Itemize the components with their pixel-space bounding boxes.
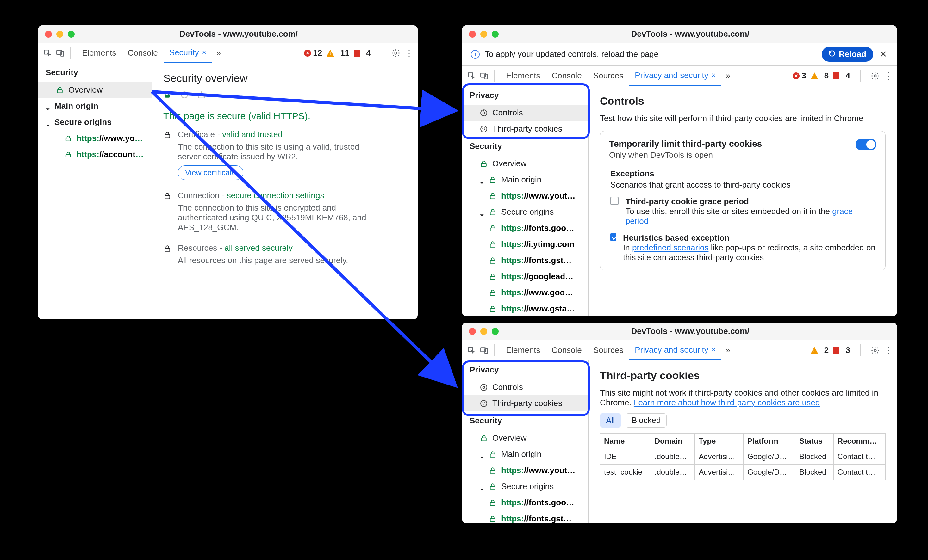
- svg-rect-11: [165, 248, 169, 251]
- close-icon[interactable]: ×: [711, 345, 716, 354]
- sidebar-origin-1[interactable]: https://i.ytimg.com: [462, 236, 588, 252]
- predefined-scenarios-link[interactable]: predefined scenarios: [632, 243, 708, 252]
- overflow-menu-icon[interactable]: ⋮: [884, 70, 892, 81]
- close-icon[interactable]: ✕: [878, 50, 888, 59]
- tab-privacy-security[interactable]: Privacy and security ×: [629, 66, 721, 86]
- tab-console[interactable]: Console: [122, 43, 163, 63]
- tab-sources[interactable]: Sources: [588, 340, 629, 360]
- device-mode-icon[interactable]: [480, 72, 488, 80]
- sidebar-item-overview[interactable]: Overview: [38, 82, 151, 98]
- errors-badge[interactable]: ✕3: [792, 71, 806, 81]
- sidebar-origin-3[interactable]: https://googlead…: [462, 268, 588, 285]
- sidebar-origin-4[interactable]: https://www.goo…: [462, 285, 588, 301]
- tab-elements[interactable]: Elements: [76, 43, 122, 63]
- sidebar-item-main-origin[interactable]: Main origin: [38, 98, 151, 114]
- svg-rect-6: [66, 154, 70, 157]
- sidebar-item-secure-origins[interactable]: Secure origins: [462, 204, 588, 220]
- sidebar-origin-2[interactable]: https://fonts.gst…: [462, 252, 588, 268]
- tab-privacy-security[interactable]: Privacy and security ×: [629, 340, 721, 360]
- sidebar-item-overview[interactable]: Overview: [462, 155, 588, 172]
- overflow-menu-icon[interactable]: ⋮: [884, 345, 892, 355]
- svg-rect-24: [490, 179, 495, 183]
- close-traffic-light[interactable]: [469, 328, 476, 335]
- minimize-traffic-light[interactable]: [480, 30, 487, 38]
- maximize-traffic-light[interactable]: [68, 30, 75, 38]
- page-title: Controls: [600, 95, 885, 107]
- filter-all[interactable]: All: [600, 413, 621, 428]
- tab-console[interactable]: Console: [546, 66, 587, 86]
- inspect-element-icon[interactable]: [467, 72, 476, 80]
- svg-point-41: [484, 402, 485, 403]
- sidebar-origin-main[interactable]: https://www.yout…: [462, 188, 588, 204]
- gear-icon[interactable]: [391, 49, 400, 58]
- exception-grace-period-checkbox[interactable]: [611, 197, 618, 205]
- sidebar-origin-0[interactable]: https://www.yout…: [38, 130, 151, 146]
- more-tabs-icon[interactable]: »: [212, 48, 225, 58]
- issues-badge[interactable]: 4: [354, 48, 371, 58]
- sidebar-origin-1[interactable]: https://accounts.…: [38, 146, 151, 163]
- minimize-traffic-light[interactable]: [56, 30, 63, 38]
- warnings-badge[interactable]: 11: [327, 48, 349, 58]
- tab-elements[interactable]: Elements: [500, 66, 546, 86]
- column-header[interactable]: Recomm…: [833, 434, 885, 449]
- reload-button[interactable]: Reload: [822, 47, 873, 62]
- sidebar-origin-5[interactable]: https://www.gsta…: [462, 301, 588, 316]
- more-tabs-icon[interactable]: »: [721, 71, 735, 81]
- sidebar-origin-1[interactable]: https://fonts.gst…: [462, 511, 588, 523]
- column-header[interactable]: Type: [695, 434, 743, 449]
- sidebar-category-privacy: Privacy: [462, 361, 588, 379]
- sidebar-origin-main[interactable]: https://www.yout…: [462, 462, 588, 478]
- tab-elements[interactable]: Elements: [500, 340, 546, 360]
- exception-heuristics-checkbox[interactable]: [611, 233, 616, 241]
- warnings-badge[interactable]: 2: [810, 345, 829, 355]
- gear-icon[interactable]: [871, 72, 879, 80]
- close-icon[interactable]: ×: [711, 71, 716, 79]
- table-row[interactable]: test_cookie.double…Advertisi…Google/D…Bl…: [600, 464, 885, 480]
- close-traffic-light[interactable]: [45, 30, 52, 38]
- minimize-traffic-light[interactable]: [480, 328, 487, 335]
- lock-icon: [488, 240, 497, 248]
- tab-sources[interactable]: Sources: [588, 66, 629, 86]
- column-header[interactable]: Domain: [650, 434, 694, 449]
- column-header[interactable]: Name: [600, 434, 651, 449]
- sidebar-item-third-party-cookies[interactable]: Third-party cookies: [462, 395, 588, 411]
- sidebar-item-main-origin[interactable]: Main origin: [462, 446, 588, 462]
- inspect-element-icon[interactable]: [467, 346, 476, 355]
- learn-more-link[interactable]: Learn more about how third-party cookies…: [634, 398, 820, 407]
- maximize-traffic-light[interactable]: [492, 30, 499, 38]
- maximize-traffic-light[interactable]: [492, 328, 499, 335]
- sidebar-item-main-origin[interactable]: Main origin: [462, 172, 588, 188]
- warnings-badge[interactable]: 8: [810, 71, 829, 81]
- tab-console[interactable]: Console: [546, 340, 587, 360]
- sidebar-item-controls[interactable]: Controls: [462, 105, 588, 121]
- sidebar-origin-0[interactable]: https://fonts.goo…: [462, 220, 588, 236]
- sidebar-item-secure-origins[interactable]: Secure origins: [38, 114, 151, 130]
- issues-badge[interactable]: 3: [833, 345, 850, 355]
- sidebar-item-controls[interactable]: Controls: [462, 379, 588, 395]
- filter-blocked[interactable]: Blocked: [626, 413, 667, 428]
- overflow-menu-icon[interactable]: ⋮: [404, 48, 412, 58]
- device-mode-icon[interactable]: [56, 49, 64, 58]
- column-header[interactable]: Status: [795, 434, 833, 449]
- device-mode-icon[interactable]: [480, 346, 488, 355]
- close-icon[interactable]: ×: [202, 49, 206, 56]
- gear-icon[interactable]: [871, 346, 879, 355]
- sidebar-item-overview[interactable]: Overview: [462, 430, 588, 446]
- issues-badge[interactable]: 4: [833, 71, 850, 81]
- sidebar-item-third-party-cookies[interactable]: Third-party cookies: [462, 121, 588, 137]
- limit-cookies-toggle[interactable]: [856, 139, 876, 150]
- svg-point-19: [482, 128, 483, 128]
- column-header[interactable]: Platform: [743, 434, 795, 449]
- errors-badge[interactable]: ✕12: [304, 48, 322, 58]
- tab-security[interactable]: Security ×: [163, 43, 212, 63]
- close-traffic-light[interactable]: [469, 30, 476, 38]
- sidebar-item-secure-origins[interactable]: Secure origins: [462, 478, 588, 495]
- inspect-element-icon[interactable]: [43, 49, 52, 58]
- security-sidebar: Security Overview Main origin Secure ori…: [38, 63, 152, 284]
- more-tabs-icon[interactable]: »: [721, 345, 735, 355]
- sidebar-item-label: Controls: [492, 382, 523, 392]
- sidebar-category-security: Security: [462, 411, 588, 430]
- table-row[interactable]: IDE.double…Advertisi…Google/D…BlockedCon…: [600, 449, 885, 464]
- view-certificate-button[interactable]: View certificate: [178, 165, 243, 180]
- sidebar-origin-0[interactable]: https://fonts.goo…: [462, 495, 588, 511]
